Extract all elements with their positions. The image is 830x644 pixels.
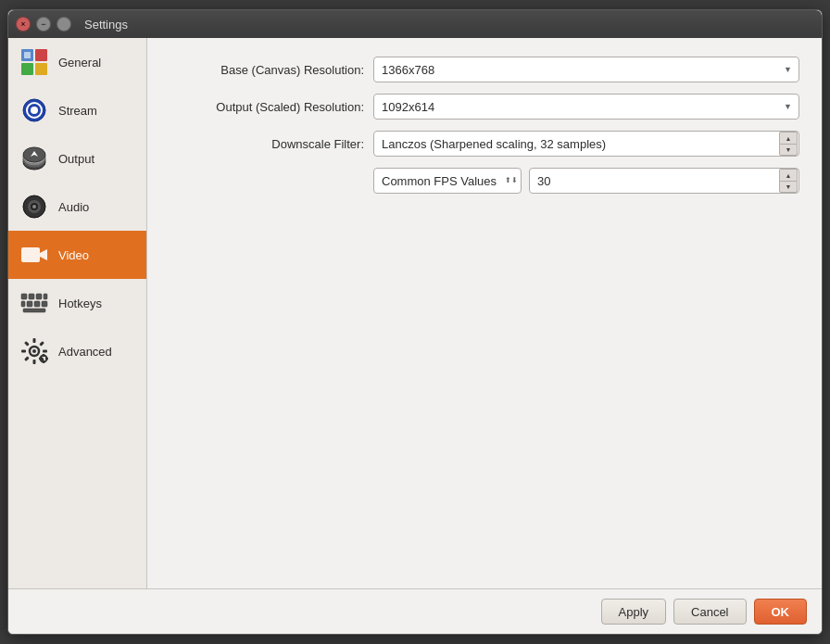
advanced-icon bbox=[19, 336, 49, 366]
general-icon bbox=[19, 47, 49, 77]
svg-point-7 bbox=[31, 107, 38, 114]
sidebar-item-advanced[interactable]: Advanced bbox=[8, 327, 146, 375]
svg-marker-18 bbox=[40, 249, 47, 260]
fps-type-wrapper: Common FPS Values bbox=[373, 168, 522, 194]
sidebar-item-general-label: General bbox=[58, 56, 101, 69]
svg-rect-25 bbox=[34, 301, 40, 307]
sidebar-item-video[interactable]: Video bbox=[8, 231, 146, 279]
svg-rect-23 bbox=[21, 301, 25, 307]
base-resolution-dropdown[interactable]: 1366x768 bbox=[373, 57, 799, 82]
downscale-filter-spinner: ▲ ▼ bbox=[779, 132, 798, 156]
fps-value-input[interactable] bbox=[529, 168, 799, 194]
stream-icon bbox=[19, 95, 49, 125]
base-resolution-dropdown-wrapper: 1366x768 bbox=[373, 57, 799, 82]
main-content-area: General Stream bbox=[8, 38, 822, 588]
settings-window: × − Settings Gene bbox=[7, 9, 823, 635]
svg-rect-41 bbox=[43, 360, 44, 363]
fps-controls: Common FPS Values ▲ ▼ bbox=[373, 168, 799, 194]
svg-rect-19 bbox=[21, 294, 27, 299]
output-resolution-dropdown-wrapper: 1092x614 bbox=[373, 94, 799, 120]
maximize-button[interactable] bbox=[57, 17, 71, 32]
sidebar-item-stream[interactable]: Stream bbox=[8, 86, 146, 134]
output-resolution-label: Output (Scaled) Resolution: bbox=[170, 100, 373, 114]
svg-rect-3 bbox=[35, 63, 47, 75]
svg-rect-4 bbox=[24, 52, 31, 58]
svg-rect-27 bbox=[23, 309, 45, 312]
downscale-filter-down[interactable]: ▼ bbox=[779, 144, 798, 156]
video-icon bbox=[19, 240, 49, 270]
svg-rect-22 bbox=[44, 294, 47, 299]
svg-rect-42 bbox=[39, 358, 42, 360]
svg-rect-1 bbox=[35, 49, 47, 61]
titlebar: × − Settings bbox=[8, 10, 822, 38]
downscale-filter-label: Downscale Filter: bbox=[170, 137, 373, 151]
svg-rect-2 bbox=[21, 63, 33, 75]
sidebar-item-output[interactable]: Output bbox=[8, 134, 146, 183]
fps-value-down[interactable]: ▼ bbox=[779, 181, 798, 193]
downscale-filter-row: Downscale Filter: ▲ ▼ bbox=[170, 131, 799, 157]
close-button[interactable]: × bbox=[16, 17, 31, 32]
sidebar-item-advanced-label: Advanced bbox=[58, 345, 112, 359]
fps-row: Common FPS Values ▲ ▼ bbox=[170, 168, 799, 194]
apply-button[interactable]: Apply bbox=[601, 599, 667, 625]
minimize-button[interactable]: − bbox=[36, 17, 51, 32]
sidebar-item-hotkeys-label: Hotkeys bbox=[58, 297, 102, 310]
sidebar: General Stream bbox=[8, 38, 147, 588]
base-resolution-label: Base (Canvas) Resolution: bbox=[170, 63, 373, 77]
svg-rect-40 bbox=[45, 358, 48, 360]
svg-rect-30 bbox=[33, 338, 36, 343]
window-title: Settings bbox=[84, 18, 128, 32]
svg-rect-24 bbox=[27, 301, 32, 307]
audio-icon bbox=[19, 192, 49, 221]
sidebar-item-audio-label: Audio bbox=[58, 200, 89, 214]
fps-value-up[interactable]: ▲ bbox=[779, 169, 798, 181]
bottom-bar: Apply Cancel OK bbox=[8, 588, 822, 634]
svg-rect-17 bbox=[21, 247, 40, 262]
svg-rect-31 bbox=[39, 341, 44, 347]
svg-rect-20 bbox=[29, 294, 34, 299]
fps-type-select[interactable]: Common FPS Values bbox=[373, 168, 522, 194]
downscale-filter-up[interactable]: ▲ bbox=[779, 132, 798, 144]
minimize-icon: − bbox=[41, 19, 45, 29]
svg-rect-35 bbox=[24, 356, 30, 361]
svg-rect-26 bbox=[42, 301, 47, 307]
svg-rect-39 bbox=[43, 354, 44, 357]
sidebar-item-output-label: Output bbox=[58, 152, 94, 166]
hotkeys-icon bbox=[19, 288, 49, 318]
sidebar-item-stream-label: Stream bbox=[58, 104, 97, 118]
downscale-filter-wrapper: ▲ ▼ bbox=[373, 131, 799, 157]
output-resolution-dropdown[interactable]: 1092x614 bbox=[373, 94, 799, 120]
svg-rect-21 bbox=[36, 294, 42, 299]
output-resolution-row: Output (Scaled) Resolution: 1092x614 bbox=[170, 94, 799, 120]
sidebar-item-video-label: Video bbox=[58, 248, 89, 262]
sidebar-item-hotkeys[interactable]: Hotkeys bbox=[8, 279, 146, 327]
ok-button[interactable]: OK bbox=[754, 599, 808, 625]
output-icon bbox=[19, 144, 49, 173]
fps-value-spinner: ▲ ▼ bbox=[779, 169, 798, 193]
downscale-filter-control: ▲ ▼ bbox=[373, 131, 799, 157]
svg-point-29 bbox=[32, 349, 36, 353]
svg-rect-34 bbox=[33, 360, 36, 364]
video-settings-panel: Base (Canvas) Resolution: 1366x768 Outpu… bbox=[147, 38, 822, 588]
svg-rect-36 bbox=[21, 350, 26, 353]
output-resolution-control: 1092x614 bbox=[373, 94, 799, 120]
fps-value-wrapper: ▲ ▼ bbox=[529, 168, 799, 194]
sidebar-item-audio[interactable]: Audio bbox=[8, 183, 146, 231]
cancel-button[interactable]: Cancel bbox=[673, 599, 746, 625]
svg-point-16 bbox=[32, 205, 36, 208]
base-resolution-row: Base (Canvas) Resolution: 1366x768 bbox=[170, 57, 799, 82]
downscale-filter-input[interactable] bbox=[373, 131, 799, 157]
sidebar-item-general[interactable]: General bbox=[8, 38, 146, 86]
base-resolution-control: 1366x768 bbox=[373, 57, 799, 82]
form-area: Base (Canvas) Resolution: 1366x768 Outpu… bbox=[170, 57, 799, 570]
svg-rect-37 bbox=[24, 341, 30, 347]
svg-rect-32 bbox=[43, 350, 47, 353]
close-icon: × bbox=[20, 19, 25, 29]
